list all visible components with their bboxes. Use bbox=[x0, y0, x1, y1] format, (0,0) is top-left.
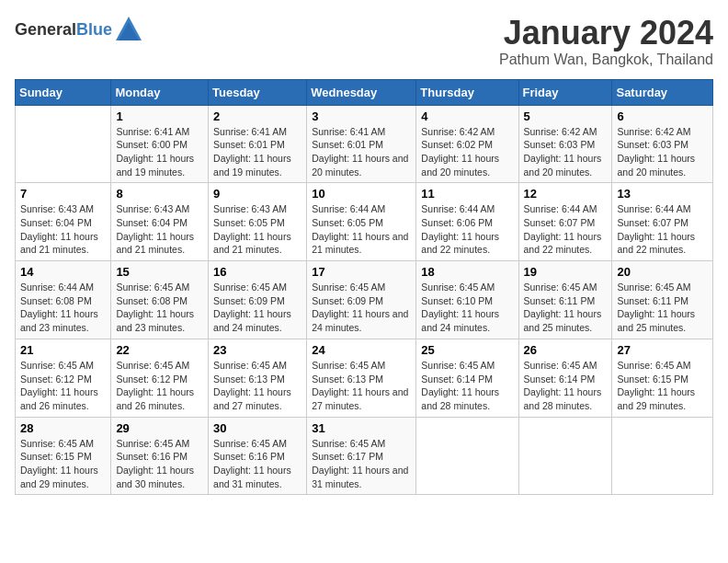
day-cell: 1Sunrise: 6:41 AMSunset: 6:00 PMDaylight… bbox=[111, 105, 209, 183]
day-number: 8 bbox=[116, 187, 203, 201]
day-cell bbox=[612, 417, 713, 495]
day-cell: 22Sunrise: 6:45 AMSunset: 6:12 PMDayligh… bbox=[111, 339, 209, 417]
day-cell: 14Sunrise: 6:44 AMSunset: 6:08 PMDayligh… bbox=[16, 261, 111, 339]
day-cell: 21Sunrise: 6:45 AMSunset: 6:12 PMDayligh… bbox=[16, 339, 111, 417]
day-number: 7 bbox=[20, 187, 106, 201]
day-number: 5 bbox=[524, 109, 608, 123]
subtitle: Pathum Wan, Bangkok, Thailand bbox=[499, 52, 713, 68]
day-number: 26 bbox=[524, 343, 608, 357]
day-info: Sunrise: 6:44 AMSunset: 6:07 PMDaylight:… bbox=[524, 202, 608, 257]
day-number: 20 bbox=[617, 265, 708, 279]
header-friday: Friday bbox=[518, 79, 612, 105]
day-number: 6 bbox=[617, 109, 708, 123]
day-info: Sunrise: 6:42 AMSunset: 6:03 PMDaylight:… bbox=[524, 125, 608, 179]
day-info: Sunrise: 6:42 AMSunset: 6:02 PMDaylight:… bbox=[421, 125, 513, 179]
header-sunday: Sunday bbox=[16, 79, 111, 105]
day-info: Sunrise: 6:44 AMSunset: 6:06 PMDaylight:… bbox=[421, 202, 513, 257]
day-info: Sunrise: 6:41 AMSunset: 6:01 PMDaylight:… bbox=[213, 125, 301, 179]
day-number: 19 bbox=[524, 265, 608, 279]
page-header: GeneralBlue January 2024 Pathum Wan, Ban… bbox=[15, 15, 713, 68]
day-number: 22 bbox=[116, 343, 203, 357]
header-thursday: Thursday bbox=[416, 79, 518, 105]
day-info: Sunrise: 6:45 AMSunset: 6:16 PMDaylight:… bbox=[213, 437, 301, 491]
day-info: Sunrise: 6:45 AMSunset: 6:09 PMDaylight:… bbox=[312, 281, 411, 335]
day-cell: 19Sunrise: 6:45 AMSunset: 6:11 PMDayligh… bbox=[518, 261, 612, 339]
day-info: Sunrise: 6:44 AMSunset: 6:07 PMDaylight:… bbox=[617, 202, 708, 257]
day-cell bbox=[518, 417, 612, 495]
day-number: 21 bbox=[20, 343, 106, 357]
day-info: Sunrise: 6:45 AMSunset: 6:09 PMDaylight:… bbox=[213, 281, 301, 335]
day-cell: 16Sunrise: 6:45 AMSunset: 6:09 PMDayligh… bbox=[209, 261, 307, 339]
day-cell: 8Sunrise: 6:43 AMSunset: 6:04 PMDaylight… bbox=[111, 183, 209, 261]
day-number: 4 bbox=[421, 109, 513, 123]
header-monday: Monday bbox=[111, 79, 209, 105]
day-info: Sunrise: 6:45 AMSunset: 6:14 PMDaylight:… bbox=[524, 359, 608, 413]
day-cell: 18Sunrise: 6:45 AMSunset: 6:10 PMDayligh… bbox=[416, 261, 518, 339]
header-tuesday: Tuesday bbox=[209, 79, 307, 105]
day-info: Sunrise: 6:44 AMSunset: 6:08 PMDaylight:… bbox=[20, 281, 106, 335]
logo-blue: Blue bbox=[76, 20, 112, 39]
day-number: 25 bbox=[421, 343, 513, 357]
day-info: Sunrise: 6:44 AMSunset: 6:05 PMDaylight:… bbox=[312, 202, 411, 257]
week-row-5: 28Sunrise: 6:45 AMSunset: 6:15 PMDayligh… bbox=[16, 417, 713, 495]
week-row-3: 14Sunrise: 6:44 AMSunset: 6:08 PMDayligh… bbox=[16, 261, 713, 339]
day-cell: 2Sunrise: 6:41 AMSunset: 6:01 PMDaylight… bbox=[209, 105, 307, 183]
day-number: 28 bbox=[20, 421, 106, 435]
day-cell: 10Sunrise: 6:44 AMSunset: 6:05 PMDayligh… bbox=[307, 183, 416, 261]
day-number: 1 bbox=[116, 109, 203, 123]
day-info: Sunrise: 6:41 AMSunset: 6:01 PMDaylight:… bbox=[312, 125, 411, 179]
logo-general: General bbox=[15, 20, 76, 39]
day-number: 30 bbox=[213, 421, 301, 435]
day-cell: 12Sunrise: 6:44 AMSunset: 6:07 PMDayligh… bbox=[518, 183, 612, 261]
header-row: SundayMondayTuesdayWednesdayThursdayFrid… bbox=[16, 79, 713, 105]
day-cell: 30Sunrise: 6:45 AMSunset: 6:16 PMDayligh… bbox=[209, 417, 307, 495]
day-info: Sunrise: 6:45 AMSunset: 6:17 PMDaylight:… bbox=[312, 437, 411, 491]
week-row-1: 1Sunrise: 6:41 AMSunset: 6:00 PMDaylight… bbox=[16, 105, 713, 183]
day-info: Sunrise: 6:45 AMSunset: 6:08 PMDaylight:… bbox=[116, 281, 203, 335]
day-cell: 25Sunrise: 6:45 AMSunset: 6:14 PMDayligh… bbox=[416, 339, 518, 417]
day-info: Sunrise: 6:45 AMSunset: 6:11 PMDaylight:… bbox=[617, 281, 708, 335]
day-number: 23 bbox=[213, 343, 301, 357]
day-number: 27 bbox=[617, 343, 708, 357]
day-cell: 24Sunrise: 6:45 AMSunset: 6:13 PMDayligh… bbox=[307, 339, 416, 417]
header-wednesday: Wednesday bbox=[307, 79, 416, 105]
day-info: Sunrise: 6:43 AMSunset: 6:04 PMDaylight:… bbox=[116, 202, 203, 257]
day-number: 12 bbox=[524, 187, 608, 201]
day-number: 16 bbox=[213, 265, 301, 279]
logo-icon bbox=[114, 15, 143, 44]
day-cell: 11Sunrise: 6:44 AMSunset: 6:06 PMDayligh… bbox=[416, 183, 518, 261]
day-cell: 7Sunrise: 6:43 AMSunset: 6:04 PMDaylight… bbox=[16, 183, 111, 261]
day-number: 18 bbox=[421, 265, 513, 279]
day-cell: 6Sunrise: 6:42 AMSunset: 6:03 PMDaylight… bbox=[612, 105, 713, 183]
calendar-table: SundayMondayTuesdayWednesdayThursdayFrid… bbox=[15, 79, 713, 496]
day-number: 29 bbox=[116, 421, 203, 435]
day-info: Sunrise: 6:45 AMSunset: 6:14 PMDaylight:… bbox=[421, 359, 513, 413]
day-info: Sunrise: 6:45 AMSunset: 6:12 PMDaylight:… bbox=[20, 359, 106, 413]
day-info: Sunrise: 6:43 AMSunset: 6:04 PMDaylight:… bbox=[20, 202, 106, 257]
day-info: Sunrise: 6:45 AMSunset: 6:12 PMDaylight:… bbox=[116, 359, 203, 413]
day-number: 31 bbox=[312, 421, 411, 435]
day-cell: 5Sunrise: 6:42 AMSunset: 6:03 PMDaylight… bbox=[518, 105, 612, 183]
day-cell: 3Sunrise: 6:41 AMSunset: 6:01 PMDaylight… bbox=[307, 105, 416, 183]
day-number: 24 bbox=[312, 343, 411, 357]
day-number: 15 bbox=[116, 265, 203, 279]
day-info: Sunrise: 6:45 AMSunset: 6:13 PMDaylight:… bbox=[213, 359, 301, 413]
day-cell: 23Sunrise: 6:45 AMSunset: 6:13 PMDayligh… bbox=[209, 339, 307, 417]
day-cell: 13Sunrise: 6:44 AMSunset: 6:07 PMDayligh… bbox=[612, 183, 713, 261]
day-number: 10 bbox=[312, 187, 411, 201]
day-info: Sunrise: 6:41 AMSunset: 6:00 PMDaylight:… bbox=[116, 125, 203, 179]
day-cell: 31Sunrise: 6:45 AMSunset: 6:17 PMDayligh… bbox=[307, 417, 416, 495]
day-cell: 15Sunrise: 6:45 AMSunset: 6:08 PMDayligh… bbox=[111, 261, 209, 339]
day-info: Sunrise: 6:42 AMSunset: 6:03 PMDaylight:… bbox=[617, 125, 708, 179]
day-info: Sunrise: 6:45 AMSunset: 6:15 PMDaylight:… bbox=[20, 437, 106, 491]
day-number: 11 bbox=[421, 187, 513, 201]
day-cell: 9Sunrise: 6:43 AMSunset: 6:05 PMDaylight… bbox=[209, 183, 307, 261]
day-cell bbox=[16, 105, 111, 183]
week-row-2: 7Sunrise: 6:43 AMSunset: 6:04 PMDaylight… bbox=[16, 183, 713, 261]
day-cell: 29Sunrise: 6:45 AMSunset: 6:16 PMDayligh… bbox=[111, 417, 209, 495]
day-cell: 17Sunrise: 6:45 AMSunset: 6:09 PMDayligh… bbox=[307, 261, 416, 339]
header-saturday: Saturday bbox=[612, 79, 713, 105]
day-info: Sunrise: 6:45 AMSunset: 6:16 PMDaylight:… bbox=[116, 437, 203, 491]
main-title: January 2024 bbox=[499, 15, 713, 52]
day-info: Sunrise: 6:45 AMSunset: 6:13 PMDaylight:… bbox=[312, 359, 411, 413]
